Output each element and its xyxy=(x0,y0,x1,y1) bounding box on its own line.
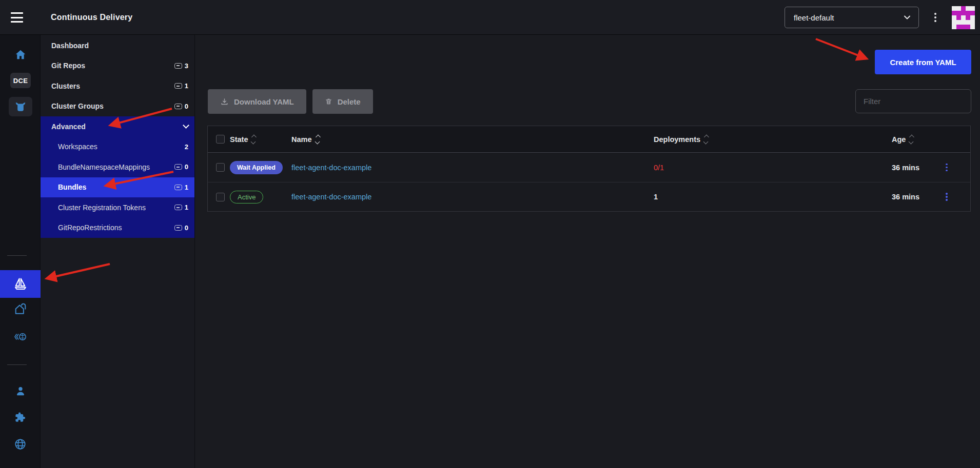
bundles-table: State Name Deployments Age Wait Applied … xyxy=(207,126,971,212)
extensions-puzzle-icon[interactable] xyxy=(0,406,41,429)
global-settings-globe-icon[interactable] xyxy=(0,433,41,455)
app-title: Continuous Delivery xyxy=(51,0,132,35)
deployments-value: 0/1 xyxy=(654,164,892,172)
row-checkbox[interactable] xyxy=(216,163,225,172)
trash-icon xyxy=(325,97,332,106)
main-content: Bundles Create from YAML Download YAML D… xyxy=(195,35,980,468)
rail-divider xyxy=(7,255,27,256)
sidebar-item-dashboard[interactable]: Dashboard xyxy=(41,35,194,56)
sidebar-item-clusters[interactable]: Clusters 1 xyxy=(41,76,194,96)
age-value: 36 mins xyxy=(892,193,942,201)
cattle-herd-icon[interactable] xyxy=(9,97,32,116)
row-actions-kebab[interactable] xyxy=(942,162,952,173)
home-icon[interactable] xyxy=(0,44,41,66)
sidebar-item-cluster-groups[interactable]: Cluster Groups 0 xyxy=(41,96,194,117)
column-header-name[interactable]: Name xyxy=(291,135,654,144)
sidebar-item-workspaces[interactable]: Workspaces 2 xyxy=(41,137,194,157)
rail-divider xyxy=(7,364,27,365)
state-badge: Active xyxy=(230,191,263,204)
resource-count-icon xyxy=(174,164,182,170)
row-checkbox[interactable] xyxy=(216,193,225,201)
topbar-right-cluster: fleet-default xyxy=(785,0,975,35)
resource-count-icon xyxy=(174,104,182,109)
table-row: Wait Applied fleet-agent-doc-example 0/1… xyxy=(208,153,970,182)
sidebar-item-bundlenamespacemappings[interactable]: BundleNamespaceMappings 0 xyxy=(41,157,194,177)
delete-button[interactable]: Delete xyxy=(312,89,373,114)
workspace-select[interactable]: fleet-default xyxy=(785,7,919,28)
sort-icon xyxy=(909,135,913,144)
hamburger-menu-icon[interactable] xyxy=(11,12,23,23)
age-value: 36 mins xyxy=(892,164,942,172)
workspace-select-value: fleet-default xyxy=(794,13,834,22)
table-header-row: State Name Deployments Age xyxy=(208,126,970,153)
column-header-deployments[interactable]: Deployments xyxy=(654,135,892,144)
sidebar-item-cluster-registration-tokens[interactable]: Cluster Registration Tokens 1 xyxy=(41,197,194,218)
user-avatar[interactable] xyxy=(952,6,975,29)
column-header-age[interactable]: Age xyxy=(892,135,942,144)
resource-count-icon xyxy=(174,185,182,190)
sidebar-advanced-group: Advanced Workspaces 2 BundleNamespaceMap… xyxy=(41,116,194,238)
sidebar-item-gitreporestrictions[interactable]: GitRepoRestrictions 0 xyxy=(41,218,194,238)
sort-icon xyxy=(251,135,255,144)
chevron-down-icon xyxy=(903,13,911,22)
table-row: Active fleet-agent-doc-example 1 36 mins xyxy=(208,182,970,211)
bulk-actions-toolbar: Download YAML Delete xyxy=(208,89,971,114)
sidebar-item-advanced[interactable]: Advanced xyxy=(41,116,194,137)
download-yaml-button[interactable]: Download YAML xyxy=(208,89,306,114)
icon-rail: DCE xyxy=(0,35,41,468)
create-from-yaml-button[interactable]: Create from YAML xyxy=(875,50,971,74)
select-all-checkbox[interactable] xyxy=(216,135,225,144)
sidebar-item-bundles[interactable]: Bundles 1 xyxy=(41,177,194,198)
cluster-management-wheel-icon[interactable] xyxy=(0,325,41,348)
virtualization-barn-icon[interactable] xyxy=(0,298,41,320)
chevron-down-icon xyxy=(183,122,189,129)
bundle-name-link[interactable]: fleet-agent-doc-example xyxy=(291,164,371,172)
cluster-badge-dce[interactable]: DCE xyxy=(10,73,31,88)
state-badge: Wait Applied xyxy=(230,161,283,174)
topbar-kebab-menu[interactable] xyxy=(931,11,940,24)
top-bar: Continuous Delivery fleet-default xyxy=(0,0,980,35)
fleet-sailboat-icon[interactable] xyxy=(0,270,41,298)
deployments-value: 1 xyxy=(654,193,892,201)
column-header-state[interactable]: State xyxy=(230,135,291,144)
download-icon xyxy=(220,97,229,106)
resource-count-icon xyxy=(174,83,182,89)
sort-icon xyxy=(316,135,319,144)
sidebar-nav: Dashboard Git Repos 3 Clusters 1 Cluster… xyxy=(41,35,195,468)
users-person-icon[interactable] xyxy=(0,380,41,402)
bundle-name-link[interactable]: fleet-agent-doc-example xyxy=(291,193,371,201)
row-actions-kebab[interactable] xyxy=(942,191,952,202)
resource-count-icon xyxy=(174,205,182,210)
resource-count-icon xyxy=(174,63,182,69)
sort-icon xyxy=(704,135,708,144)
sidebar-item-git-repos[interactable]: Git Repos 3 xyxy=(41,56,194,76)
resource-count-icon xyxy=(174,225,182,231)
filter-input[interactable] xyxy=(855,89,971,113)
